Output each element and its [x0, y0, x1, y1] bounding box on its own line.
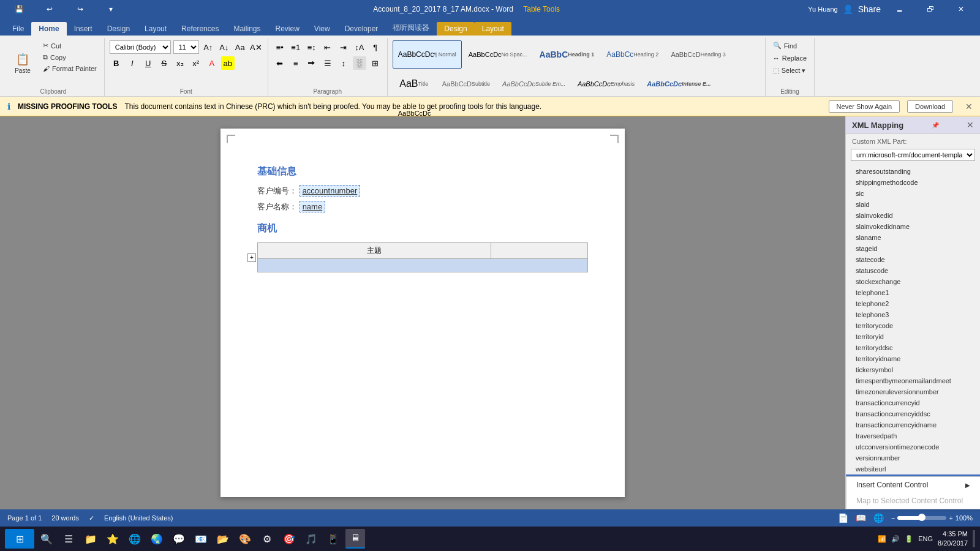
- tab-foxit[interactable]: 福昕阅读器: [385, 20, 437, 36]
- xml-part-select[interactable]: urn:microsoft-crm/document-templa...: [851, 149, 975, 161]
- xml-item-telephone1[interactable]: telephone1: [846, 287, 980, 298]
- xml-item-tickersymbol[interactable]: tickersymbol: [846, 364, 980, 375]
- xml-item-telephone2[interactable]: telephone2: [846, 298, 980, 309]
- decrease-indent-button[interactable]: ⇤: [321, 40, 334, 54]
- change-case-button[interactable]: Aa: [233, 40, 247, 54]
- align-center-button[interactable]: ≡: [289, 56, 303, 70]
- close-button[interactable]: ✕: [947, 0, 975, 18]
- field1-value[interactable]: accountnumber: [300, 185, 361, 197]
- highlight-button[interactable]: ab: [221, 56, 235, 70]
- bold-button[interactable]: B: [110, 56, 123, 70]
- document-area[interactable]: 基础信息 客户编号： accountnumber 客户名称： name 商机 +…: [0, 116, 845, 509]
- table-cell-1[interactable]: [258, 259, 588, 272]
- show-desktop-button[interactable]: [973, 530, 975, 547]
- xml-item-transactioncurrencyidname[interactable]: transactioncurrencyidname: [846, 419, 980, 430]
- xml-item-shippingmethodcode[interactable]: shippingmethodcode: [846, 177, 980, 188]
- taskbar-skype[interactable]: 💬: [169, 529, 189, 549]
- font-size-select[interactable]: 11: [173, 40, 199, 54]
- taskbar-icon-2[interactable]: 🎯: [279, 529, 299, 549]
- replace-button[interactable]: ↔ Replace: [771, 53, 809, 63]
- download-button[interactable]: Download: [907, 100, 953, 113]
- restore-button[interactable]: 🗗: [916, 0, 944, 18]
- justify-button[interactable]: ☰: [321, 56, 334, 70]
- taskbar-paint[interactable]: 🎨: [235, 529, 255, 549]
- xml-item-versionnumber[interactable]: versionnumber: [846, 452, 980, 463]
- view-mode-read[interactable]: 📖: [856, 513, 866, 523]
- xml-item-territoryddsc[interactable]: territoryddsc: [846, 342, 980, 353]
- taskbar-icon-1[interactable]: ⭐: [103, 529, 123, 549]
- clear-format-button[interactable]: A✕: [249, 40, 263, 54]
- bullets-button[interactable]: ≡•: [273, 40, 287, 54]
- numbering-button[interactable]: ≡1: [289, 40, 303, 54]
- xml-item-slaname[interactable]: slaname: [846, 232, 980, 243]
- format-painter-button[interactable]: 🖌 Format Painter: [40, 64, 99, 73]
- style-heading3[interactable]: AaBbCcD Heading 3: [665, 40, 731, 69]
- language-info[interactable]: English (United States): [104, 514, 173, 522]
- style-subtitle[interactable]: AaBbCcD Subtitle: [437, 70, 496, 98]
- tab-layout-table[interactable]: Layout: [475, 22, 511, 36]
- taskbar-phone[interactable]: 📱: [323, 529, 343, 549]
- undo-button[interactable]: ↩: [36, 0, 64, 18]
- taskbar-chrome[interactable]: 🌐: [125, 529, 145, 549]
- line-spacing-button[interactable]: ↕: [337, 56, 350, 70]
- subscript-button[interactable]: x₂: [173, 56, 187, 70]
- context-insert-content-control[interactable]: Insert Content Control ▶ Repeating: [846, 477, 980, 493]
- view-mode-print[interactable]: 📄: [838, 513, 848, 523]
- shading-button[interactable]: ░: [353, 56, 366, 70]
- strikethrough-button[interactable]: S: [157, 56, 171, 70]
- cut-button[interactable]: ✂ Cut: [40, 40, 99, 51]
- xml-item-statecode[interactable]: statecode: [846, 254, 980, 265]
- xml-item-timespent[interactable]: timespentbymeonemailandmeet: [846, 375, 980, 386]
- table-add-row-button[interactable]: +: [247, 253, 256, 262]
- style-subtle-em[interactable]: AaBbCcDc Subtle Em...: [497, 70, 571, 98]
- tab-mailings[interactable]: Mailings: [226, 22, 268, 36]
- increase-indent-button[interactable]: ⇥: [337, 40, 350, 54]
- taskbar-word[interactable]: 🖥: [345, 529, 365, 549]
- never-show-again-button[interactable]: Never Show Again: [829, 100, 900, 113]
- show-formatting-button[interactable]: ¶: [369, 40, 382, 54]
- tab-home[interactable]: Home: [31, 22, 66, 36]
- shrink-font-button[interactable]: A↓: [217, 40, 231, 54]
- taskbar-browser[interactable]: 🌏: [147, 529, 167, 549]
- field2-value[interactable]: name: [300, 201, 326, 212]
- style-heading2[interactable]: AaBbCc Heading 2: [601, 40, 664, 69]
- xml-panel-pin-icon[interactable]: 📌: [932, 122, 939, 129]
- tab-file[interactable]: File: [5, 22, 31, 36]
- xml-panel-close-button[interactable]: ✕: [967, 120, 974, 130]
- taskbar-task-view[interactable]: ☰: [59, 529, 78, 549]
- tab-insert[interactable]: Insert: [67, 22, 100, 36]
- xml-item-traversedpath[interactable]: traversedpath: [846, 430, 980, 441]
- tab-design[interactable]: Design: [100, 22, 137, 36]
- xml-item-telephone3[interactable]: telephone3: [846, 309, 980, 320]
- save-button[interactable]: 💾: [5, 0, 33, 18]
- tab-layout[interactable]: Layout: [137, 22, 174, 36]
- taskbar-search[interactable]: 🔍: [37, 529, 56, 549]
- xml-item-slaid[interactable]: slaid: [846, 199, 980, 210]
- grow-font-button[interactable]: A↑: [202, 40, 215, 54]
- sort-button[interactable]: ↕A: [353, 40, 366, 54]
- taskbar-mail[interactable]: 📧: [191, 529, 211, 549]
- style-normal[interactable]: AaBbCcDc ¶ Normal: [393, 40, 462, 69]
- zoom-slider-thumb[interactable]: [918, 514, 925, 521]
- xml-item-stockexchange[interactable]: stockexchange: [846, 276, 980, 287]
- borders-button[interactable]: ⊞: [369, 56, 382, 70]
- xml-item-statuscode[interactable]: statuscode: [846, 265, 980, 276]
- taskbar-folder[interactable]: 📂: [213, 529, 233, 549]
- xml-item-slainvokedidname[interactable]: slainvokedidname: [846, 221, 980, 232]
- taskbar-media[interactable]: 🎵: [301, 529, 321, 549]
- align-right-button[interactable]: ⮕: [305, 56, 318, 70]
- xml-item-territoryidname[interactable]: territoryidname: [846, 353, 980, 364]
- tab-references[interactable]: References: [174, 22, 226, 36]
- xml-item-websiteurl[interactable]: websiteurl: [846, 463, 980, 474]
- style-emphasis[interactable]: AaBbCcDc Emphasis: [572, 70, 640, 98]
- xml-item-sic[interactable]: sic: [846, 188, 980, 199]
- style-intense-em[interactable]: AaBbCcDc Intense E...: [641, 70, 716, 98]
- find-button[interactable]: 🔍 Find: [771, 40, 799, 51]
- xml-item-stageid[interactable]: stageid: [846, 243, 980, 254]
- font-color-button[interactable]: A: [205, 56, 219, 70]
- share-button[interactable]: Share: [858, 4, 881, 14]
- paste-button[interactable]: 📋 Paste: [7, 40, 38, 86]
- redo-button[interactable]: ↪: [66, 0, 94, 18]
- style-nospace[interactable]: AaBbCcDc No Spac...: [463, 40, 533, 69]
- spell-check-icon[interactable]: ✓: [89, 514, 94, 522]
